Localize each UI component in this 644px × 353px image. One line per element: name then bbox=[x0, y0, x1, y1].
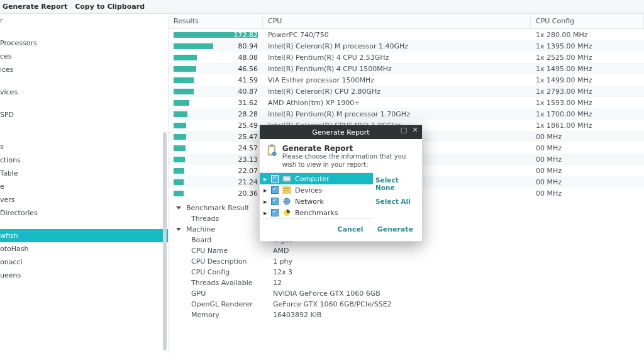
category-icon bbox=[282, 175, 291, 182]
result-bar: 40.87 bbox=[169, 87, 263, 96]
col-cpu[interactable]: CPU bbox=[263, 14, 531, 28]
dialog-title: Generate Report bbox=[312, 128, 369, 137]
expand-icon[interactable]: ▸ bbox=[264, 186, 267, 194]
result-value: 20.36 bbox=[238, 189, 264, 198]
dialog-titlebar[interactable]: Generate Report □ ✕ bbox=[260, 125, 422, 139]
cpucfg-value: 12x 3 bbox=[273, 268, 636, 276]
checkbox[interactable] bbox=[271, 209, 279, 216]
table-row[interactable]: 41.59VIA Esther processor 1500MHz1x 1499… bbox=[169, 74, 644, 86]
result-bar: 28.28 bbox=[169, 110, 263, 118]
result-value: 31.62 bbox=[238, 99, 264, 107]
expand-icon[interactable]: ▸ bbox=[264, 209, 267, 217]
sidebar-separator bbox=[0, 121, 168, 131]
sidebar-item[interactable]: wfish bbox=[0, 229, 168, 242]
svg-rect-2 bbox=[270, 145, 274, 147]
result-bar: 41.59 bbox=[169, 76, 263, 84]
sidebar-item[interactable]: ueens bbox=[0, 269, 168, 282]
tree-item[interactable]: ▸Network bbox=[260, 196, 373, 207]
checkbox[interactable] bbox=[271, 198, 279, 205]
sidebar-item[interactable]: r bbox=[0, 14, 168, 27]
cpu-cell: Intel(R) Pentium(R) 4 CPU 1500MHz bbox=[263, 65, 531, 73]
svg-rect-8 bbox=[284, 190, 289, 191]
svg-rect-5 bbox=[285, 181, 289, 182]
mem-label: Memory bbox=[191, 311, 273, 319]
sidebar-item[interactable]: ctions bbox=[0, 154, 168, 167]
result-bar: 25.49 bbox=[169, 121, 263, 130]
maximize-icon[interactable]: □ bbox=[399, 126, 408, 135]
tree-item[interactable]: ▸Computer bbox=[260, 173, 373, 184]
sidebar-item[interactable]: onacci bbox=[0, 255, 168, 269]
cpu-config-cell: 1x 1499.00 MHz bbox=[531, 76, 644, 84]
mem-value: 16403892 KiB bbox=[273, 311, 636, 319]
sidebar-item[interactable]: s bbox=[0, 140, 168, 154]
sidebar-scrollbar[interactable] bbox=[163, 132, 167, 350]
sidebar-separator bbox=[0, 131, 168, 140]
checkbox[interactable] bbox=[271, 175, 279, 182]
result-bar: 23.13 bbox=[169, 155, 263, 164]
sidebar-item[interactable]: Table bbox=[0, 167, 168, 180]
sidebar-item[interactable]: SPD bbox=[0, 108, 168, 121]
svg-rect-4 bbox=[283, 176, 291, 181]
table-row[interactable]: 80.94Intel(R) Celeron(R) M processor 1.4… bbox=[169, 40, 644, 52]
tree-item[interactable]: ▸Benchmarks bbox=[260, 207, 373, 218]
tree-item-label: Devices bbox=[295, 186, 322, 194]
cpuname-value: AMD bbox=[273, 247, 636, 255]
copy-clipboard-button[interactable]: Copy to Clipboard bbox=[75, 3, 145, 11]
cpu-config-cell: 1x 1495.00 MHz bbox=[531, 65, 644, 73]
generate-report-button[interactable]: Generate Report bbox=[3, 3, 67, 11]
table-row[interactable]: 28.28Intel(R) Pentium(R) M processor 1.7… bbox=[169, 108, 644, 120]
tree-item-label: Network bbox=[295, 198, 324, 206]
cpu-config-cell: 1x 1593.00 MHz bbox=[531, 99, 644, 107]
cpu-config-cell: 1x 2525.00 MHz bbox=[531, 53, 644, 62]
thravail-label: Threads Available bbox=[191, 279, 273, 287]
sidebar-item[interactable]: ces bbox=[0, 50, 168, 63]
caret-icon[interactable] bbox=[176, 206, 181, 210]
cpu-cell: Intel(R) Pentium(R) M processor 1.70GHz bbox=[263, 110, 531, 118]
tree-item-label: Computer bbox=[295, 175, 330, 183]
cpu-config-cell: 00 MHz bbox=[531, 167, 644, 175]
table-row[interactable]: 40.87Intel(R) Celeron(R) CPU 2.80GHz1x 2… bbox=[169, 86, 644, 97]
table-header: Results CPU CPU Config bbox=[169, 14, 644, 29]
generate-button[interactable]: Generate bbox=[377, 225, 413, 233]
col-results[interactable]: Results bbox=[169, 14, 263, 28]
cpu-config-cell: 1x 1861.00 MHz bbox=[531, 121, 644, 130]
select-all-button[interactable]: Select All bbox=[375, 198, 418, 205]
checkbox[interactable] bbox=[271, 186, 279, 194]
thravail-value: 12 bbox=[273, 279, 636, 287]
result-value: 80.94 bbox=[238, 42, 264, 50]
caret-icon[interactable] bbox=[176, 228, 181, 231]
sidebar-item[interactable]: ices bbox=[0, 63, 168, 76]
result-bar: 31.62 bbox=[169, 99, 263, 107]
table-row[interactable]: 31.62AMD Athlon(tm) XP 1900+1x 1593.00 M… bbox=[169, 97, 644, 108]
tree-item-label: Benchmarks bbox=[295, 209, 338, 217]
table-row[interactable]: 48.08Intel(R) Pentium(R) 4 CPU 2.53GHz1x… bbox=[169, 52, 644, 63]
table-row[interactable]: 172.82PowerPC 740/7501x 280.00 MHz bbox=[169, 29, 644, 40]
sidebar-item[interactable]: vices bbox=[0, 86, 168, 99]
clipboard-icon bbox=[266, 144, 277, 164]
result-value: 22.07 bbox=[238, 167, 264, 175]
table-row[interactable]: 46.56Intel(R) Pentium(R) 4 CPU 1500MHz1x… bbox=[169, 63, 644, 74]
svg-rect-7 bbox=[284, 188, 289, 189]
sidebar-item[interactable]: Directories bbox=[0, 206, 168, 220]
dialog-subtext: Please choose the information that you w… bbox=[282, 153, 416, 169]
sidebar-separator bbox=[0, 220, 168, 229]
category-icon bbox=[282, 198, 291, 205]
result-bar: 46.56 bbox=[169, 65, 263, 73]
sidebar-item[interactable]: vers bbox=[0, 193, 168, 206]
result-value: 46.56 bbox=[238, 65, 264, 73]
cancel-button[interactable]: Cancel bbox=[338, 225, 364, 233]
select-none-button[interactable]: Select None bbox=[375, 176, 418, 191]
tree-item[interactable]: ▸Devices bbox=[260, 184, 373, 196]
col-cpu-config[interactable]: CPU Config bbox=[531, 14, 644, 28]
ogl-value: GeForce GTX 1060 6GB/PCIe/SSE2 bbox=[273, 300, 636, 308]
sidebar-item[interactable]: otoHash bbox=[0, 242, 168, 255]
expand-icon[interactable]: ▸ bbox=[264, 198, 267, 206]
sidebar-item[interactable]: Processors bbox=[0, 36, 168, 50]
expand-icon[interactable]: ▸ bbox=[264, 175, 267, 183]
gpu-label: GPU bbox=[191, 289, 273, 298]
sidebar-item[interactable]: e bbox=[0, 180, 168, 193]
cpu-config-cell: 1x 1395.00 MHz bbox=[531, 42, 644, 50]
close-icon[interactable]: ✕ bbox=[411, 126, 419, 135]
cpucfg-label: CPU Config bbox=[191, 268, 273, 276]
report-tree: ▸Computer▸Devices▸Network▸Benchmarks bbox=[260, 172, 373, 219]
